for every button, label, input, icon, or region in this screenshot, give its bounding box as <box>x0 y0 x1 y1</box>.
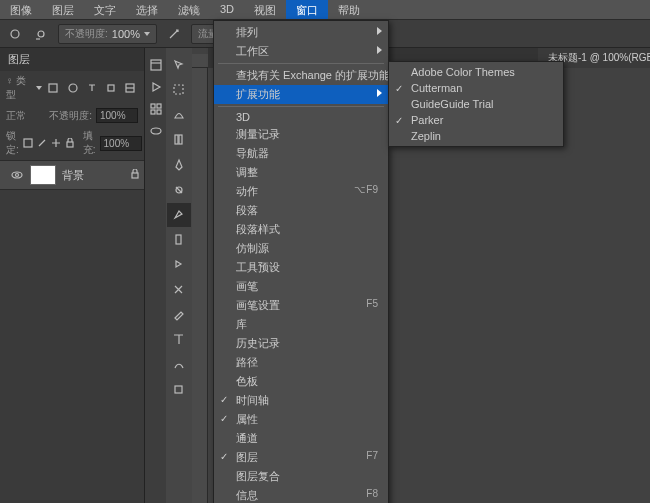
lock-all-icon[interactable] <box>65 134 75 152</box>
menu-item-画笔设置[interactable]: 画笔设置F5 <box>214 296 388 315</box>
blend-mode-select[interactable]: 不透明度:100% <box>58 24 157 44</box>
menu-item-Parker[interactable]: ✓Parker <box>389 112 563 128</box>
layer-thumbnail[interactable] <box>30 165 56 185</box>
tool-13[interactable] <box>167 378 191 402</box>
tool-10[interactable] <box>167 303 191 327</box>
svg-rect-11 <box>151 60 161 70</box>
lock-paint-icon[interactable] <box>37 134 47 152</box>
layer-row-background[interactable]: 背景 <box>0 160 144 190</box>
menu-图像[interactable]: 图像 <box>0 0 42 19</box>
svg-rect-2 <box>49 84 57 92</box>
menu-item-导航器[interactable]: 导航器 <box>214 144 388 163</box>
tool-12[interactable] <box>167 353 191 377</box>
collapsed-panels <box>145 48 166 503</box>
menu-滤镜[interactable]: 滤镜 <box>168 0 210 19</box>
menu-item-库[interactable]: 库 <box>214 315 388 334</box>
svg-rect-18 <box>175 135 178 144</box>
svg-rect-14 <box>151 110 155 114</box>
menu-item-图层[interactable]: ✓图层F7 <box>214 448 388 467</box>
menu-item-排列[interactable]: 排列 <box>214 23 388 42</box>
tool-3[interactable] <box>167 128 191 152</box>
tool-9[interactable] <box>167 278 191 302</box>
tool-5[interactable] <box>167 178 191 202</box>
tools-panel <box>166 48 192 503</box>
menu-窗口[interactable]: 窗口 <box>286 0 328 19</box>
visibility-icon[interactable] <box>10 168 24 182</box>
fill-input[interactable] <box>100 136 142 151</box>
menu-item-工具预设[interactable]: 工具预设 <box>214 258 388 277</box>
lock-pos-icon[interactable] <box>51 134 61 152</box>
menu-item-Cutterman[interactable]: ✓Cutterman <box>389 80 563 96</box>
menu-item-段落样式[interactable]: 段落样式 <box>214 220 388 239</box>
svg-point-1 <box>38 31 44 37</box>
tool-4[interactable] <box>167 153 191 177</box>
lock-label: 锁定: <box>6 129 19 157</box>
menu-选择[interactable]: 选择 <box>126 0 168 19</box>
menu-item-历史记录[interactable]: 历史记录 <box>214 334 388 353</box>
menu-item-属性[interactable]: ✓属性 <box>214 410 388 429</box>
tool-6[interactable] <box>167 203 191 227</box>
filter-pixel-icon[interactable] <box>46 79 61 97</box>
menu-item-色板[interactable]: 色板 <box>214 372 388 391</box>
actions-icon[interactable] <box>147 78 165 96</box>
menu-item-仿制源[interactable]: 仿制源 <box>214 239 388 258</box>
swatches-icon[interactable] <box>147 122 165 140</box>
svg-rect-19 <box>179 135 182 144</box>
menu-文字[interactable]: 文字 <box>84 0 126 19</box>
filter-shape-icon[interactable] <box>103 79 118 97</box>
menu-item-测量记录[interactable]: 测量记录 <box>214 125 388 144</box>
menu-item-动作[interactable]: 动作⌥F9 <box>214 182 388 201</box>
menu-item-路径[interactable]: 路径 <box>214 353 388 372</box>
brushes-icon[interactable] <box>147 100 165 118</box>
blend-mode[interactable]: 正常 <box>6 109 26 123</box>
brush-preset-icon[interactable] <box>32 25 50 43</box>
svg-point-0 <box>11 30 19 38</box>
menu-item-画笔[interactable]: 画笔 <box>214 277 388 296</box>
menu-item-Zeplin[interactable]: Zeplin <box>389 128 563 144</box>
tool-11[interactable] <box>167 328 191 352</box>
menu-item-扩展功能[interactable]: 扩展功能 <box>214 85 388 104</box>
menu-item-查找有关 Exchange 的扩展功能...[interactable]: 查找有关 Exchange 的扩展功能... <box>214 66 388 85</box>
tool-8[interactable] <box>167 253 191 277</box>
tool-0[interactable] <box>167 53 191 77</box>
menu-item-信息[interactable]: 信息F8 <box>214 486 388 503</box>
svg-point-3 <box>69 84 77 92</box>
layer-opacity-label: 不透明度: <box>49 109 92 123</box>
tool-2[interactable] <box>167 103 191 127</box>
svg-rect-4 <box>108 85 114 91</box>
tool-7[interactable] <box>167 228 191 252</box>
menu-item-Adobe Color Themes[interactable]: Adobe Color Themes <box>389 64 563 80</box>
layer-name: 背景 <box>62 168 84 183</box>
history-icon[interactable] <box>147 56 165 74</box>
svg-rect-13 <box>157 104 161 108</box>
menu-item-GuideGuide Trial[interactable]: GuideGuide Trial <box>389 96 563 112</box>
menu-3D[interactable]: 3D <box>210 0 244 19</box>
menu-item-调整[interactable]: 调整 <box>214 163 388 182</box>
menu-item-时间轴[interactable]: ✓时间轴 <box>214 391 388 410</box>
tool-preset-icon[interactable] <box>6 25 24 43</box>
menu-item-工作区[interactable]: 工作区 <box>214 42 388 61</box>
opacity-label: 不透明度: <box>65 27 108 41</box>
menu-帮助[interactable]: 帮助 <box>328 0 370 19</box>
filter-adjust-icon[interactable] <box>65 79 80 97</box>
filter-smart-icon[interactable] <box>123 79 138 97</box>
svg-rect-10 <box>132 173 138 178</box>
ruler-vertical <box>192 68 208 503</box>
svg-rect-15 <box>157 110 161 114</box>
fill-label: 填充: <box>83 129 96 157</box>
layer-opacity-input[interactable] <box>96 108 138 123</box>
svg-rect-7 <box>67 142 73 147</box>
menu-item-图层复合[interactable]: 图层复合 <box>214 467 388 486</box>
menu-item-通道[interactable]: 通道 <box>214 429 388 448</box>
layers-title: 图层 <box>0 48 144 71</box>
menu-视图[interactable]: 视图 <box>244 0 286 19</box>
menu-图层[interactable]: 图层 <box>42 0 84 19</box>
lock-trans-icon[interactable] <box>23 134 33 152</box>
tool-1[interactable] <box>167 78 191 102</box>
lock-icon <box>130 169 140 181</box>
menu-item-段落[interactable]: 段落 <box>214 201 388 220</box>
pressure-opacity-icon[interactable] <box>165 25 183 43</box>
filter-type-label[interactable]: ♀ 类型 <box>6 74 32 102</box>
filter-type-icon[interactable] <box>84 79 99 97</box>
menu-item-3D[interactable]: 3D <box>214 109 388 125</box>
